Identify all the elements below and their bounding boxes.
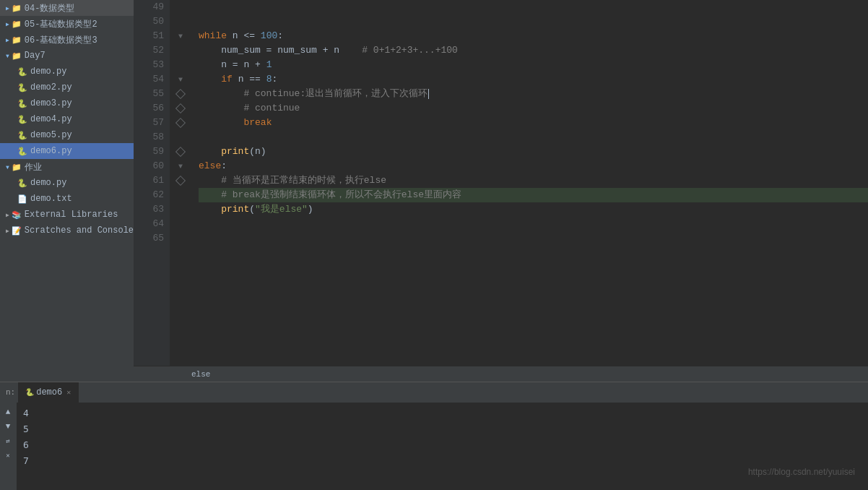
py-file-icon: 🐍 [17,131,27,140]
output-line-3: 6 [23,437,750,453]
gutter-54[interactable]: ▼ [170,72,191,87]
breakpoint-56 [175,103,186,113]
gutter-63 [170,202,191,217]
sidebar-item-demo5[interactable]: 🐍 demo5.py [0,127,134,143]
gutter-60[interactable]: ▼ [170,159,191,173]
comment-62: # break是强制结束循环体，所以不会执行else里面内容 [199,188,461,202]
sidebar: ▶ 📁 04-数据类型 ▶ 📁 05-基础数据类型2 ▶ 📁 06-基础数据类型… [0,0,134,382]
gutter-51[interactable]: ▼ [170,29,191,43]
gutter-57[interactable] [170,116,191,130]
sidebar-item-zuoye[interactable]: ▼ 📁 作业 [0,159,134,175]
sidebar-item-demo2[interactable]: 🐍 demo2.py [0,79,134,95]
sidebar-item-06[interactable]: ▶ 📁 06-基础数据类型3 [0,32,134,48]
keyword-while: while [199,29,233,43]
sidebar-label: demo6.py [30,146,72,156]
var-n: n [233,29,244,43]
py-file-icon: 🐍 [17,115,27,124]
colon-54: : [272,72,277,87]
sidebar-item-zdemo-txt[interactable]: 📄 demo.txt [0,191,134,207]
output-line-1: 4 [23,405,750,421]
code-scroll[interactable]: 49 50 51 52 53 54 55 56 57 58 59 60 61 6… [134,0,868,366]
gutter-61[interactable] [170,173,191,188]
output-line-2: 5 [23,421,750,437]
cursor-55 [428,89,429,99]
sidebar-item-05[interactable]: ▶ 📁 05-基础数据类型2 [0,16,134,32]
func-print-63: print [221,202,249,217]
sidebar-label: External Libraries [25,210,118,220]
gutter-56[interactable] [170,101,191,116]
sidebar-item-04[interactable]: ▶ 📁 04-数据类型 [0,0,134,16]
sidebar-label: demo.txt [30,194,72,204]
code-text-53: n = n + [199,58,266,72]
code-line-49 [199,0,868,14]
sidebar-label: 06-基础数据类型3 [25,34,97,46]
line-num-54: 54 [134,72,164,87]
sidebar-label: demo.py [30,178,66,188]
code-lines[interactable]: while n <= 100: num_sum = num_sum + n # … [191,0,868,366]
comment-61: # 当循环是正常结束的时候，执行else [199,173,386,188]
chevron-down-icon: ▼ [6,164,9,171]
chevron-right-icon: ▶ [6,5,9,12]
sidebar-item-zdemo[interactable]: 🐍 demo.py [0,175,134,191]
sidebar-label: demo3.py [30,98,72,108]
breakpoint-61 [175,176,186,186]
fold-icon-60[interactable]: ▼ [178,163,183,171]
clear-button[interactable]: ✕ [1,449,14,462]
line-num-53: 53 [134,58,164,72]
run-label: n: [6,388,15,397]
keyword-if: if [221,72,238,87]
line-num-60: 60 [134,159,164,173]
num-100: 100 [261,29,277,43]
gutter-59[interactable] [170,145,191,159]
scroll-up-button[interactable]: ▲ [1,405,14,418]
py-file-icon: 🐍 [17,99,27,108]
gutter-64 [170,217,191,231]
sidebar-item-scratches[interactable]: ▶ 📝 Scratches and Consoles [0,223,134,238]
line-num-55: 55 [134,87,164,101]
code-line-50 [199,14,868,29]
indent-63 [199,202,221,217]
comment-55: # continue:退出当前循环，进入下次循环 [199,87,428,101]
code-line-62: # break是强制结束循环体，所以不会执行else里面内容 [199,188,868,202]
code-line-55: # continue:退出当前循环，进入下次循环 [199,87,868,101]
code-line-61: # 当循环是正常结束的时候，执行else [199,173,868,188]
chevron-right-icon: ▶ [6,228,9,234]
run-controls: ▲ ▼ ⇄ ✕ [0,403,17,490]
scroll-down-button[interactable]: ▼ [1,420,14,433]
line-numbers: 49 50 51 52 53 54 55 56 57 58 59 60 61 6… [134,0,170,366]
sidebar-item-demo[interactable]: 🐍 demo.py [0,64,134,79]
bottom-panel: n: 🐍 demo6 ✕ ▲ ▼ ⇄ ✕ 4 5 6 7 https://blo… [0,382,868,490]
run-config: n: [6,388,15,397]
chevron-right-icon: ▶ [6,37,9,43]
line-num-52: 52 [134,43,164,58]
tab-demo6[interactable]: 🐍 demo6 ✕ [18,382,79,403]
sidebar-item-demo6[interactable]: 🐍 demo6.py [0,143,134,159]
fold-icon-51[interactable]: ▼ [178,33,183,40]
gutter-53 [170,58,191,72]
fold-icon-54[interactable]: ▼ [178,76,183,84]
sidebar-label: 05-基础数据类型2 [25,18,97,30]
sidebar-label: Scratches and Consoles [25,225,134,236]
sidebar-item-day7[interactable]: ▼ 📁 Day7 [0,48,134,64]
code-line-58 [199,130,868,145]
bottom-content-area: ▲ ▼ ⇄ ✕ 4 5 6 7 https://blog.csdn.net/yu… [0,403,868,490]
paren-open-63: ( [249,202,255,217]
colon-60: : [221,159,227,173]
code-line-53: n = n + 1 [199,58,868,72]
num-8: 8 [266,72,272,87]
num-1-53: 1 [266,58,272,72]
comment-56: # continue [199,101,300,116]
sidebar-item-ext-libs[interactable]: ▶ 📚 External Libraries [0,207,134,223]
wrap-button[interactable]: ⇄ [1,434,14,447]
sidebar-label: 04-数据类型 [25,2,75,14]
breakpoint-59 [175,147,186,157]
paren-59: (n) [249,145,266,159]
gutter-65 [170,231,191,246]
sidebar-item-demo4[interactable]: 🐍 demo4.py [0,111,134,127]
tab-close-icon[interactable]: ✕ [66,388,71,397]
gutter-55[interactable] [170,87,191,101]
library-icon: 📚 [12,210,22,220]
sidebar-item-demo3[interactable]: 🐍 demo3.py [0,95,134,111]
watermark: https://blog.csdn.net/yuuisei [748,467,855,477]
main-container: ▶ 📁 04-数据类型 ▶ 📁 05-基础数据类型2 ▶ 📁 06-基础数据类型… [0,0,868,382]
